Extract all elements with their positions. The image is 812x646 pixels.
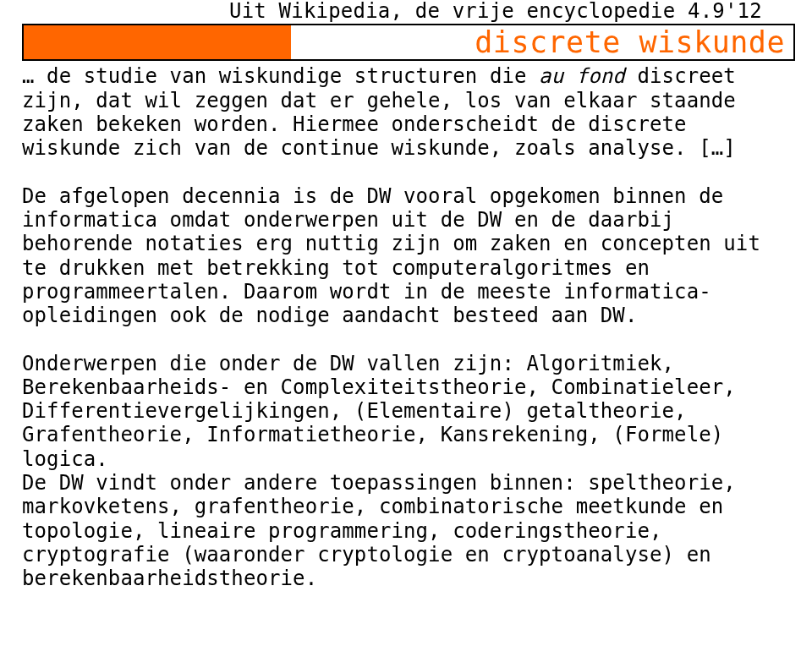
p1-italic: au fond xyxy=(539,64,625,88)
title-accent-block xyxy=(24,25,291,59)
page-title: discrete wiskunde xyxy=(291,25,793,59)
paragraph-2: De afgelopen decennia is de DW vooral op… xyxy=(22,184,795,328)
paragraph-3: Onderwerpen die onder de DW vallen zijn:… xyxy=(22,352,795,472)
paragraph-4: De DW vindt onder andere toepassingen bi… xyxy=(22,471,795,591)
p1-prefix: de studie van wiskundige structuren die xyxy=(47,64,539,88)
title-bar: discrete wiskunde xyxy=(22,24,795,61)
paragraph-intro: de studie van wiskundige structuren die … xyxy=(22,64,795,160)
source-attribution: Uit Wikipedia, de vrije encyclopedie 4.9… xyxy=(22,0,795,22)
body-text: de studie van wiskundige structuren die … xyxy=(22,64,795,590)
